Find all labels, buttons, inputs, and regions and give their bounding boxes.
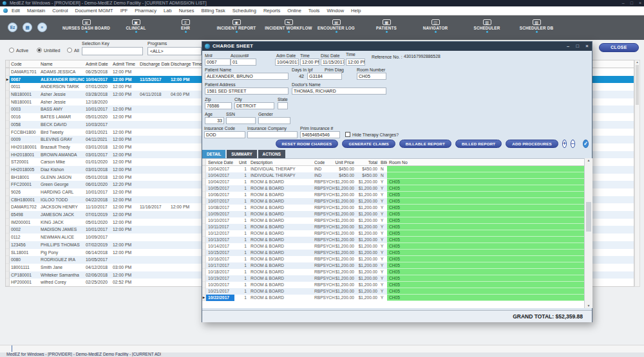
- dialog-close[interactable]: ×: [585, 42, 589, 51]
- programs-select[interactable]: <ALL>: [147, 47, 202, 55]
- charge-row[interactable]: 10/15/20171ROOM & BOARDRBPSYCH$1,200.00$…: [202, 250, 584, 256]
- menu-item-edit[interactable]: Edit: [12, 8, 20, 14]
- grid-column-header-unit-price[interactable]: Unit Price: [335, 159, 355, 165]
- menu-item-help[interactable]: Help: [351, 8, 361, 14]
- window-close-icon[interactable]: ×: [639, 0, 641, 6]
- window-minimize-icon[interactable]: –: [622, 0, 625, 6]
- grid-column-header-code[interactable]: Code: [313, 159, 335, 165]
- confirm-button[interactable]: ✓: [583, 140, 589, 148]
- disc-time-field[interactable]: 12:00 PM: [346, 59, 365, 66]
- ssn-field[interactable]: [226, 117, 256, 124]
- charge-row[interactable]: ▶10/22/20171ROOM & BOARDRBPSYCH$1,200.00…: [202, 295, 584, 301]
- grid-column-header-description[interactable]: Description: [249, 159, 313, 165]
- scroll-up-icon[interactable]: ▲: [636, 60, 638, 64]
- charge-row[interactable]: 10/16/20171ROOM & BOARDRBPSYCH$1,200.00$…: [202, 256, 584, 262]
- charge-row[interactable]: 10/20/20171ROOM & BOARDRBPSYCH$1,200.00$…: [202, 282, 584, 288]
- window-maximize-icon[interactable]: □: [630, 0, 633, 6]
- charge-row[interactable]: 10/19/20171ROOM & BOARDRBPSYCH$1,200.00$…: [202, 275, 584, 282]
- radio-all[interactable]: All: [67, 48, 79, 53]
- room-number-field[interactable]: CH05: [357, 73, 386, 80]
- menu-item-lab[interactable]: Lab: [164, 8, 172, 14]
- patient-table-scrollbar[interactable]: ▲: [634, 60, 640, 287]
- charge-grid-scrollbar[interactable]: ▲ ▼: [584, 158, 592, 308]
- age-field[interactable]: 33: [205, 117, 224, 124]
- menu-item-window[interactable]: Window: [327, 8, 344, 14]
- patient-column-header-admit-time[interactable]: Admit Time: [111, 60, 138, 68]
- grid-scroll-down-icon[interactable]: ▼: [585, 304, 592, 307]
- insurance-code-field[interactable]: DOD: [204, 131, 245, 138]
- grid-column-header-room-no[interactable]: Room No: [387, 159, 584, 165]
- patient-scrollbar-thumb[interactable]: [636, 65, 639, 105]
- charge-row[interactable]: 10/04/20171INDIVIDUAL THERAPYIND$450.00$…: [202, 172, 584, 179]
- charge-row[interactable]: 10/05/20171ROOM & BOARDRBPSYCH$1,200.00$…: [202, 185, 584, 192]
- patient-column-header-discharge-date[interactable]: Discharge Date: [138, 60, 169, 68]
- menu-item-billing-task[interactable]: Billing Task: [201, 8, 225, 14]
- menu-item-ipf[interactable]: IPF: [120, 8, 128, 14]
- prim-diag-field[interactable]: G3184: [307, 73, 342, 80]
- charge-row[interactable]: 10/06/20171ROOM & BOARDRBPSYCH$1,200.00$…: [202, 192, 584, 198]
- insurance-company-field[interactable]: [247, 131, 298, 138]
- add-charge-button[interactable]: +: [562, 140, 567, 148]
- menu-item-document-mgmt[interactable]: Document MGMT: [75, 8, 113, 14]
- gender-field[interactable]: [258, 117, 290, 124]
- charge-row[interactable]: 10/14/20171ROOM & BOARDRBPSYCH$1,200.00$…: [202, 243, 584, 250]
- charge-row[interactable]: 10/04/20171ROOM & BOARDRBPSYCH$1,200.00$…: [202, 179, 584, 185]
- charge-row[interactable]: 10/09/20171ROOM & BOARDRBPSYCH$1,200.00$…: [202, 211, 584, 217]
- menu-item-pharmacy[interactable]: Pharmacy: [135, 8, 156, 14]
- city-field[interactable]: DETROIT: [234, 102, 274, 109]
- hide-therapy-checkbox[interactable]: [345, 132, 350, 137]
- charge-row[interactable]: 10/07/20171ROOM & BOARDRBPSYCH$1,200.00$…: [202, 198, 584, 205]
- menu-item-scheduling[interactable]: Scheduling: [232, 8, 256, 14]
- menu-item-tools[interactable]: Tools: [308, 8, 320, 14]
- grid-scrollbar-thumb[interactable]: [586, 202, 591, 232]
- printer-icon[interactable]: ≡: [37, 23, 47, 32]
- patient-address-field[interactable]: 1581 SED STREET: [205, 87, 289, 95]
- patient-column-header-name[interactable]: Name: [39, 60, 84, 68]
- grid-column-header-unit[interactable]: Unit: [234, 159, 249, 165]
- menu-item-control[interactable]: Control: [52, 8, 68, 14]
- charge-row[interactable]: 10/08/20171ROOM & BOARDRBPSYCH$1,200.00$…: [202, 205, 584, 211]
- ez-logo-icon[interactable]: Ez: [8, 23, 17, 32]
- tab-actions[interactable]: ACTIONS: [258, 150, 285, 158]
- charge-row[interactable]: 10/18/20171ROOM & BOARDRBPSYCH$1,200.00$…: [202, 269, 584, 275]
- tab-summary[interactable]: SUMMARY: [227, 150, 256, 158]
- adm-date-field[interactable]: 10/04/2017: [275, 59, 299, 66]
- remove-charge-button[interactable]: −: [571, 140, 575, 148]
- charge-row[interactable]: 10/10/20171ROOM & BOARDRBPSYCH$1,200.00$…: [202, 217, 584, 224]
- dialog-maximize[interactable]: □: [576, 42, 579, 51]
- prim-insurance-field[interactable]: 54654654546: [300, 131, 340, 138]
- dialog-minimize[interactable]: –: [567, 42, 569, 51]
- menu-item-nurses[interactable]: Nurses: [179, 8, 194, 14]
- patient-name-field[interactable]: ALEXANDER, BRUNO: [205, 73, 289, 80]
- patient-chart-icon[interactable]: ▤: [23, 23, 32, 32]
- charge-row[interactable]: 10/04/20171INDIVIDUAL THERAPYIND$450.00$…: [202, 166, 584, 172]
- menu-item-reports[interactable]: Reports: [263, 8, 280, 14]
- close-button[interactable]: CLOSE: [599, 43, 639, 52]
- patient-column-header-admit-date[interactable]: Admit Date: [84, 60, 111, 68]
- radio-unbilled[interactable]: Unbilled: [37, 48, 60, 53]
- billed-report-button[interactable]: BILLED REPORT: [455, 140, 502, 148]
- generate-claims-button[interactable]: GENERATE CLAIMS: [342, 140, 395, 148]
- mr-field[interactable]: 0067: [205, 59, 231, 66]
- selection-key-input[interactable]: [82, 47, 143, 55]
- billable-report-button[interactable]: BILLABLE REPORT: [399, 140, 451, 148]
- tab-detail[interactable]: DETAIL: [202, 150, 225, 158]
- grid-scroll-up-icon[interactable]: ▲: [587, 158, 591, 162]
- radio-active[interactable]: Active: [9, 48, 28, 53]
- doctor-name-field[interactable]: THOMAS, RICHARD: [292, 87, 386, 95]
- reset-room-charges-button[interactable]: RESET ROOM CHARGES: [276, 140, 339, 148]
- charge-row[interactable]: 10/12/20171ROOM & BOARDRBPSYCH$1,200.00$…: [202, 230, 584, 237]
- disc-date-field[interactable]: 11/15/2017: [321, 59, 345, 66]
- charge-row[interactable]: 10/13/20171ROOM & BOARDRBPSYCH$1,200.00$…: [202, 237, 584, 243]
- charge-row[interactable]: 10/17/20171ROOM & BOARDRBPSYCH$1,200.00$…: [202, 262, 584, 269]
- grid-column-header-service-date[interactable]: Service Date: [206, 159, 234, 165]
- add-procedures-button[interactable]: ADD PROCEDURES: [506, 140, 558, 148]
- toolbar-button-scheduler-db[interactable]: ▧SCHEDULER DB: [501, 19, 572, 33]
- grid-column-header-total[interactable]: Total: [355, 159, 379, 165]
- zip-field[interactable]: 76586: [205, 102, 232, 109]
- grid-column-header-billed[interactable]: Billed: [379, 159, 387, 165]
- menu-item-online[interactable]: Online: [287, 8, 301, 14]
- menu-item-maintain[interactable]: Maintain: [27, 8, 45, 14]
- state-field[interactable]: [278, 102, 288, 109]
- charge-row[interactable]: 10/11/20171ROOM & BOARDRBPSYCH$1,200.00$…: [202, 224, 584, 230]
